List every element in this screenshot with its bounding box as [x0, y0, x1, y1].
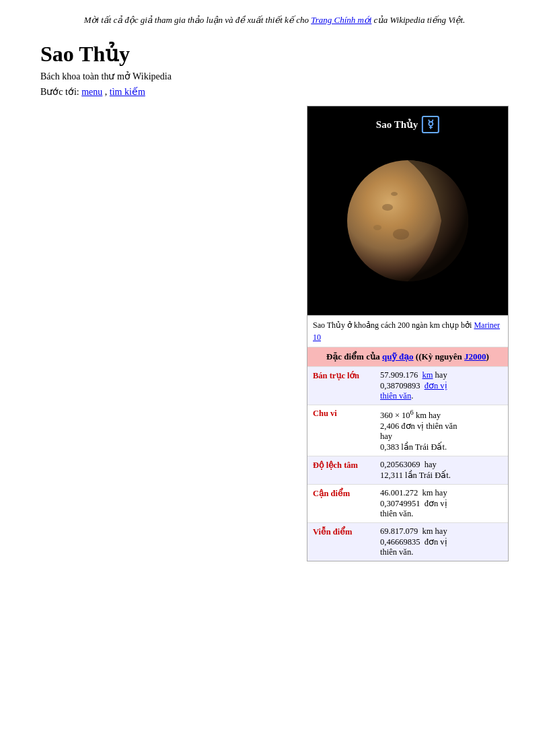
svg-point-3 — [393, 229, 409, 240]
km-link-1[interactable]: km — [423, 370, 433, 380]
image-caption: Sao Thủy ở khoảng cách 200 ngàn km chụp … — [307, 315, 508, 347]
table-row: Độ lệch tâm 0,20563069 hay12,311 lần Trá… — [307, 456, 508, 484]
value-circumference: 360 × 106 km hay2,406 đơn vị thiên vănha… — [375, 405, 508, 456]
breadcrumb-label: Bước tới: — [40, 87, 79, 97]
value-perihelion: 46.001.272 km hay0,30749951 đơn vịthiên … — [375, 484, 508, 522]
value-eccentricity: 0,20563069 hay12,311 lần Trái Đất. — [375, 456, 508, 484]
top-notice: Mời tất cả độc giả tham gia thảo luận và… — [40, 13, 509, 28]
au-link-1[interactable]: đơn vịthiên văn — [380, 381, 447, 401]
page-title: Sao Thủy — [40, 41, 509, 67]
label-perihelion[interactable]: Cận điểm — [313, 489, 350, 498]
notice-link[interactable]: Trang Chính mới — [311, 15, 371, 25]
breadcrumb-menu[interactable]: menu — [81, 87, 102, 97]
header-suffix: ) — [486, 351, 489, 362]
planet-name-text: Sao Thủy — [376, 118, 418, 131]
table-row: Viễn điểm 69.817.079 km hay0,46669835 đơ… — [307, 522, 508, 561]
svg-point-2 — [382, 204, 393, 211]
svg-point-5 — [391, 192, 398, 196]
value-semi-major: 57.909.176 km hay0,38709893 đơn vịthiên … — [375, 366, 508, 405]
info-box: Sao Thủy ☿ — [307, 106, 509, 561]
notice-suffix: của Wikipedia tiếng Việt. — [374, 15, 466, 25]
breadcrumb: Bước tới: menu , tìm kiếm — [40, 86, 509, 98]
subtitle: Bách khoa toàn thư mở Wikipedia — [40, 71, 509, 82]
label-aphelion[interactable]: Viễn điểm — [313, 527, 352, 537]
svg-point-4 — [373, 225, 381, 230]
header-epoch-link[interactable]: J2000 — [464, 351, 486, 362]
info-box-image: Sao Thủy ☿ — [307, 106, 508, 315]
info-header-row: Đặc điểm của quỹ đạo ((Kỳ nguyên J2000) — [307, 347, 508, 366]
table-row: Chu vi 360 × 106 km hay2,406 đơn vị thiê… — [307, 405, 508, 456]
header-orbit-link[interactable]: quỹ đạo — [382, 351, 414, 362]
info-table: Đặc điểm của quỹ đạo ((Kỳ nguyên J2000) … — [307, 347, 508, 561]
caption-text: Sao Thủy ở khoảng cách 200 ngàn km chụp … — [313, 320, 472, 330]
header-epoch-text: (Kỳ nguyên — [418, 351, 462, 362]
planet-image — [340, 153, 475, 288]
table-row: Bán trục lớn 57.909.176 km hay0,38709893… — [307, 366, 508, 405]
breadcrumb-search[interactable]: tìm kiếm — [110, 87, 145, 97]
mercury-symbol-icon: ☿ — [422, 116, 439, 133]
table-row: Cận điểm 46.001.272 km hay0,30749951 đơn… — [307, 484, 508, 522]
planet-label: Sao Thủy ☿ — [376, 116, 439, 133]
label-eccentricity[interactable]: Độ lệch tâm — [313, 460, 358, 470]
notice-text: Mời tất cả độc giả tham gia thảo luận và… — [84, 15, 309, 25]
header-prefix: Đặc điểm của — [326, 351, 380, 362]
label-semi-major[interactable]: Bán trục lớn — [313, 371, 359, 380]
label-circumference[interactable]: Chu vi — [313, 409, 337, 418]
value-aphelion: 69.817.079 km hay0,46669835 đơn vịthiên … — [375, 522, 508, 561]
